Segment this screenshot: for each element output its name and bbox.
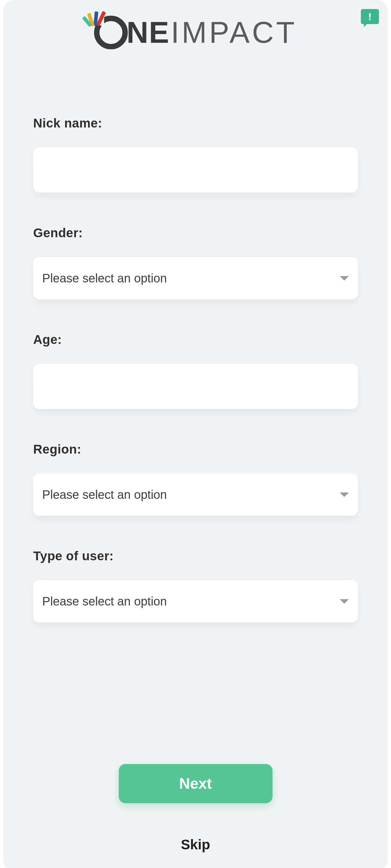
feedback-button[interactable]: ! [361,9,379,24]
chevron-down-icon [340,275,349,281]
next-button[interactable]: Next [119,764,273,803]
svg-marker-2 [340,599,349,604]
form-actions: Next Skip [33,764,358,852]
usertype-placeholder: Please select an option [42,595,167,608]
region-select[interactable]: Please select an option [33,473,358,516]
skip-button[interactable]: Skip [181,836,210,852]
gender-select[interactable]: Please select an option [33,257,358,299]
chevron-down-icon [340,492,349,498]
region-label: Region: [33,442,358,457]
usertype-label: Type of user: [33,549,358,563]
age-input[interactable] [33,364,358,409]
region-placeholder: Please select an option [42,488,167,501]
chevron-down-icon [340,598,349,604]
field-gender: Gender: Please select an option [33,226,358,299]
logo-o-icon [94,16,128,50]
usertype-select[interactable]: Please select an option [33,580,358,622]
profile-form: Nick name: Gender: Please select an opti… [33,116,358,622]
logo: NE IMPACT [33,15,358,50]
field-nickname: Nick name: [33,116,358,193]
field-usertype: Type of user: Please select an option [33,549,358,622]
exclamation-icon: ! [368,11,371,22]
gender-label: Gender: [33,226,358,240]
svg-marker-1 [340,493,349,497]
nickname-label: Nick name: [33,116,358,130]
field-region: Region: Please select an option [33,442,358,516]
logo-text-one: NE [127,15,170,50]
onboarding-card: ! NE IMPACT [3,0,388,868]
gender-placeholder: Please select an option [42,272,167,285]
svg-marker-0 [340,276,349,281]
logo-text-impact: IMPACT [171,15,297,50]
nickname-input[interactable] [33,147,358,193]
field-age: Age: [33,333,358,409]
age-label: Age: [33,333,358,347]
